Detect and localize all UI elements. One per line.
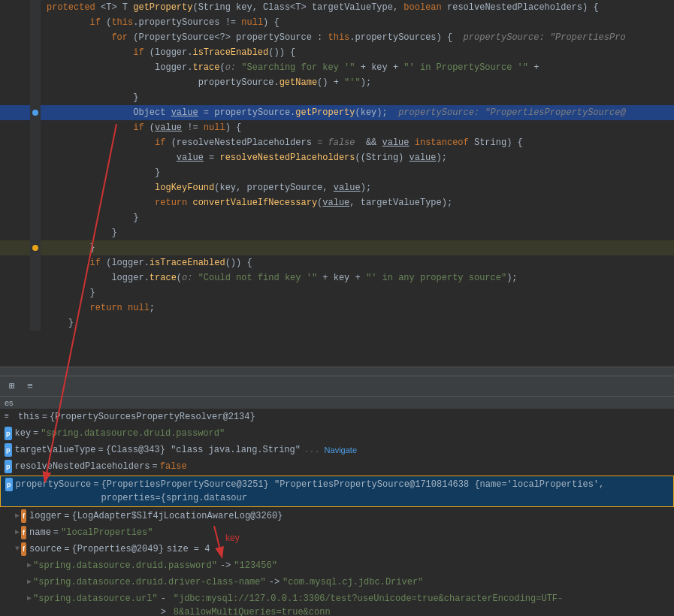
list-icon[interactable]: ≡ [24,380,36,392]
rnp-value: false [160,460,187,473]
debug-item-source[interactable]: ▼ f source = {Properties@2049} size = 4 [0,541,674,557]
debug-item-propertysource[interactable]: p propertySource = {PropertiesPropertySo… [0,476,674,507]
line-num-22 [0,316,30,331]
gutter-5 [30,60,41,75]
tree-arrow-logger[interactable]: ▶ [15,509,20,523]
line-num-9 [0,120,30,135]
line-num-5 [0,60,30,75]
source-size: size = 4 [167,542,210,556]
line-num-18 [0,255,30,270]
code-content-17: } [41,240,674,255]
grid-icon[interactable]: ⊞ [6,380,18,392]
code-content-4: if (logger.isTraceEnabled()) { [41,45,674,60]
horizontal-scrollbar[interactable] [0,367,674,376]
code-line-16: } [0,225,674,240]
line-num-12 [0,165,30,180]
line-num-3 [0,30,30,45]
debug-section-label: es [0,397,674,409]
debug-item-key[interactable]: p key = "spring.datasource.druid.passwor… [0,425,674,442]
line-num-13 [0,180,30,195]
gutter-14 [30,195,41,210]
line-num-16 [0,225,30,240]
debug-item-this[interactable]: ≡ this = {PropertySourcesPropertyResolve… [0,409,674,425]
code-content-6: propertySource.getName() + "'"); [41,75,674,90]
debug-item-logger[interactable]: ▶ f logger = {LogAdapter$Slf4jLocationAw… [0,508,674,524]
debug-item-src-3[interactable]: ▶ "spring.datasource.url" -> "jdbc:mysql… [0,590,674,616]
tree-arrow-src2[interactable]: ▶ [27,575,32,589]
debug-item-targetvaluetype[interactable]: p targetValueType = {Class@343} "class j… [0,442,674,458]
ps-value: {PropertiesPropertySource@3251} "Propert… [101,478,669,505]
src2-val: "com.mysql.cj.jdbc.Driver" [283,575,423,589]
code-line-5: logger.trace(o: "Searching for key '" + … [0,60,674,75]
code-content-20: } [41,285,674,300]
tree-arrow-source[interactable]: ▼ [15,542,20,556]
line-num-14 [0,195,30,210]
code-content-11: value = resolveNestedPlaceholders((Strin… [41,150,674,165]
line-num-21 [0,300,30,316]
this-value: {PropertySourcesPropertyResolver@2134} [50,410,255,424]
key-varname: key [15,427,32,440]
code-content-16: } [41,225,674,240]
debug-item-src-1[interactable]: ▶ "spring.datasource.druid.password" -> … [0,557,674,574]
code-line-3: for (PropertySource<?> propertySource : … [0,30,674,45]
code-line-13: logKeyFound(key, propertySource, value); [0,180,674,195]
gutter-4 [30,45,41,60]
code-content-18: if (logger.isTraceEnabled()) { [41,255,674,270]
gutter-18 [30,255,41,270]
gutter-9 [30,120,41,135]
gutter-15 [30,210,41,225]
code-line-6: propertySource.getName() + "'"); [0,75,674,90]
debug-item-rnp[interactable]: p resolveNestedPlaceholders = false [0,458,674,475]
gutter-12 [30,165,41,180]
code-content-5: logger.trace(o: "Searching for key '" + … [41,60,674,75]
code-line-11: value = resolveNestedPlaceholders((Strin… [0,150,674,165]
line-num-1 [0,0,30,15]
this-varname: this [18,410,40,424]
src1-key: "spring.datasource.druid.password" [33,559,217,572]
line-num-6 [0,75,30,90]
ps-varname: propertySource [16,478,92,491]
debug-item-src-2[interactable]: ▶ "spring.datasource.druid.driver-class-… [0,574,674,590]
code-content-15: } [41,210,674,225]
gutter-13 [30,180,41,195]
gutter-17 [30,240,41,255]
tree-arrow-src1[interactable]: ▶ [27,559,32,572]
type-f-name: f [21,526,26,539]
code-line-2: if (this.propertySources != null) { [0,15,674,30]
logger-varname: logger [29,509,62,523]
code-editor: protected <T> T getProperty(String key, … [0,0,674,376]
code-line-12: } [0,165,674,180]
code-content-1: protected <T> T getProperty(String key, … [41,0,674,15]
line-num-8 [0,105,30,120]
line-num-17 [0,240,30,255]
debug-panel[interactable]: ≡ this = {PropertySourcesPropertyResolve… [0,409,674,616]
gutter-2 [30,15,41,30]
line-num-2 [0,15,30,30]
gutter-6 [30,75,41,90]
gutter-7 [30,90,41,105]
code-line-1: protected <T> T getProperty(String key, … [0,0,674,15]
code-content-13: logKeyFound(key, propertySource, value); [41,180,674,195]
debug-label-text: es [5,398,14,407]
code-line-8: Object value = propertySource.getPropert… [0,105,674,120]
code-content-19: logger.trace(o: "Could not find key '" +… [41,270,674,285]
navigate-link[interactable]: Navigate [325,443,357,457]
source-value: {Properties@2049} [71,542,163,556]
tree-arrow-src3[interactable]: ▶ [27,592,32,605]
code-line-15: } [0,210,674,225]
code-line-17: } [0,240,674,255]
gutter-22 [30,316,41,331]
code-line-14: return convertValueIfNecessary(value, ta… [0,195,674,210]
src2-key: "spring.datasource.druid.driver-class-na… [33,575,266,589]
code-content-8: Object value = propertySource.getPropert… [41,105,674,120]
line-num-4 [0,45,30,60]
code-content-10: if (resolveNestedPlaceholders = false &&… [41,135,674,150]
code-line-9: if (value != null) { [0,120,674,135]
debug-item-name[interactable]: ▶ f name = "localProperties" [0,524,674,541]
logger-value: {LogAdapter$Slf4jLocationAwareLog@3260} [71,509,283,523]
type-p-rnp: p [5,460,12,473]
tree-arrow-name[interactable]: ▶ [15,526,20,539]
warning-dot [32,245,38,251]
gutter-10 [30,135,41,150]
gutter-3 [30,30,41,45]
